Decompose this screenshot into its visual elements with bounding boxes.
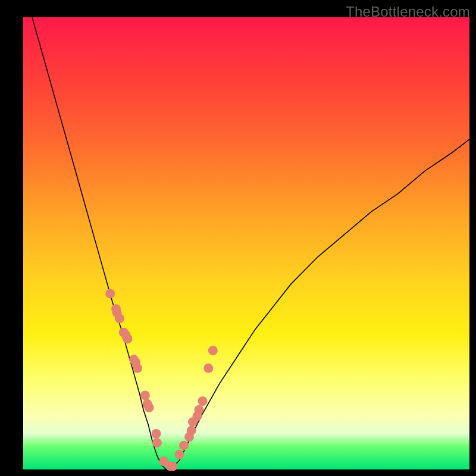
- data-point: [198, 396, 208, 406]
- data-point: [179, 441, 189, 450]
- data-point: [140, 390, 150, 400]
- data-point: [203, 364, 213, 373]
- data-point: [152, 429, 161, 439]
- data-point: [187, 426, 196, 436]
- scatter-dots: [105, 289, 217, 471]
- data-point: [105, 289, 115, 298]
- chart-root: TheBottleneck.com: [0, 0, 476, 476]
- data-point: [152, 438, 162, 447]
- data-point: [175, 450, 184, 459]
- chart-svg: [23, 17, 469, 469]
- data-point: [115, 314, 124, 323]
- bottleneck-curve: [32, 17, 469, 469]
- data-point: [168, 462, 177, 471]
- data-point: [195, 405, 204, 415]
- data-point: [145, 403, 154, 412]
- watermark-text: TheBottleneck.com: [346, 4, 470, 20]
- data-point: [208, 346, 218, 355]
- data-point: [133, 364, 142, 373]
- data-point: [123, 334, 133, 343]
